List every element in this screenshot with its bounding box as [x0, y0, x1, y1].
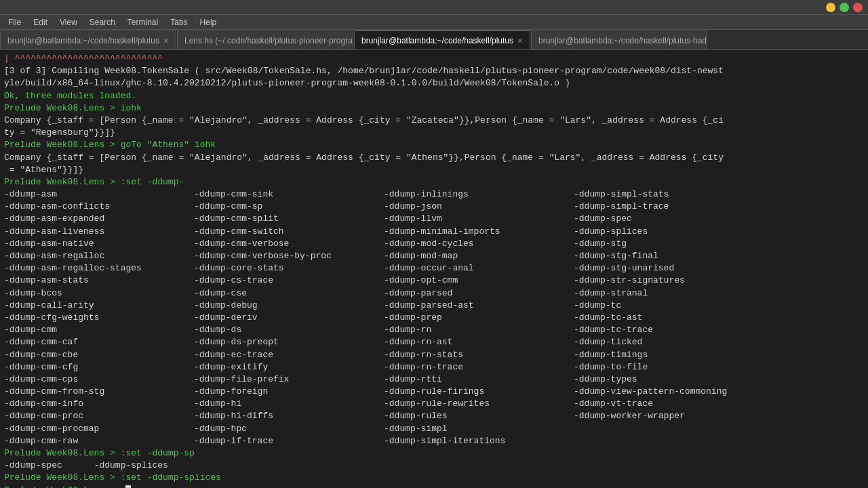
menubar-item-file[interactable]: File [3, 16, 26, 28]
ddump-cell-11-1: -ddump-ds [194, 324, 384, 336]
terminal-line-3: Ok, three modules loaded. [4, 90, 864, 102]
ddump-cell-20-1: -ddump-if-trace [194, 435, 384, 447]
ddump-cell-1-0: -ddump-asm-conflicts [4, 201, 194, 213]
ddump-cell-6-0: -ddump-asm-regalloc-stages [4, 262, 194, 274]
ddump-cell-19-0: -ddump-cmm-procmap [4, 423, 194, 435]
ddump-cell-8-0: -ddump-bcos [4, 287, 194, 300]
ddump-cell-6-1: -ddump-core-stats [194, 262, 384, 274]
ddump-cell-14-3: -ddump-to-file [574, 361, 764, 373]
ddump-cell-8-2: -ddump-parsed [384, 287, 574, 300]
ddump-cell-19-3 [574, 423, 764, 435]
ddump-cell-7-0: -ddump-asm-stats [4, 274, 194, 287]
minimize-button[interactable] [826, 3, 835, 12]
ddump-cell-14-1: -ddump-exitify [194, 361, 384, 373]
ddump-cell-5-1: -ddump-cmm-verbose-by-proc [194, 250, 384, 262]
terminal-line-0: | ^^^^^^^^^^^^^^^^^^^^^^^^^^^^ [4, 53, 864, 65]
ddump-cell-12-0: -ddump-cmm-caf [4, 336, 194, 348]
ddump-cell-3-3: -ddump-splices [574, 226, 764, 238]
menubar-item-terminal[interactable]: Terminal [122, 16, 163, 28]
menubar-item-view[interactable]: View [54, 16, 83, 28]
terminal-line-5: Company {_staff = [Person {_name = "Alej… [4, 115, 864, 127]
tab-label-0: brunjlar@batlambda:~/code/haskell/plutus [7, 36, 159, 45]
tab-close-0[interactable]: × [163, 35, 169, 46]
ddump-cell-1-3: -ddump-simpl-trace [574, 201, 764, 213]
ddump-cell-18-3: -ddump-worker-wrapper [574, 410, 764, 422]
ddump-cell-2-2: -ddump-llvm [384, 213, 574, 225]
terminal-line-2: yle/build/x86_64-linux/ghc-8.10.4.202102… [4, 77, 864, 89]
ddump-cell-3-2: -ddump-minimal-imports [384, 226, 574, 238]
ddump-cell-4-2: -ddump-mod-cycles [384, 238, 574, 250]
ddump-cell-17-0: -ddump-cmm-info [4, 398, 194, 410]
ddump-cell-8-3: -ddump-stranal [574, 287, 764, 300]
ddump-cell-17-2: -ddump-rule-rewrites [384, 398, 574, 410]
ddump-cell-20-3 [574, 435, 764, 447]
ddump-cell-20-2: -ddump-simpl-iterations [384, 435, 574, 447]
terminal-line-7: Prelude Week08.Lens > goTo "Athens" iohk [4, 139, 864, 151]
ddump-cell-7-2: -ddump-opt-cmm [384, 274, 574, 287]
ddump-cell-2-3: -ddump-spec [574, 213, 764, 225]
terminal-content[interactable]: | ^^^^^^^^^^^^^^^^^^^^^^^^^^^^[3 of 3] C… [0, 50, 868, 488]
terminal-after-line-2: Prelude Week08.Lens > :set -ddump-splice… [4, 472, 864, 484]
ddump-cell-1-1: -ddump-cmm-sp [194, 201, 384, 213]
tab-label-3: brunjlar@batlambda:~/code/haskell/plutus… [538, 36, 707, 45]
tab-1[interactable]: Lens.hs (~/.code/haskell/plutus-pioneer-… [177, 30, 353, 49]
ddump-cell-12-1: -ddump-ds-preopt [194, 336, 384, 348]
tab-3[interactable]: brunjlar@batlambda:~/code/haskell/plutus… [531, 30, 707, 49]
ddump-cell-15-2: -ddump-rtti [384, 373, 574, 386]
tab-label-1: Lens.hs (~/.code/haskell/plutus-pioneer-… [184, 36, 353, 45]
ddump-cell-9-2: -ddump-parsed-ast [384, 300, 574, 312]
menubar-item-help[interactable]: Help [195, 16, 222, 28]
ddump-cell-0-0: -ddump-asm [4, 188, 194, 201]
ddump-cell-13-3: -ddump-timings [574, 349, 764, 361]
menubar-item-search[interactable]: Search [84, 16, 121, 28]
menubar-item-edit[interactable]: Edit [28, 16, 53, 28]
ddump-cell-18-1: -ddump-hi-diffs [194, 410, 384, 422]
ddump-cell-19-1: -ddump-hpc [194, 423, 384, 435]
ddump-cell-6-3: -ddump-stg-unarised [574, 262, 764, 274]
maximize-button[interactable] [840, 3, 849, 12]
ddump-cell-11-2: -ddump-rn [384, 324, 574, 336]
terminal-line-4: Prelude Week08.Lens > iohk [4, 102, 864, 115]
terminal-line-10: Prelude Week08.Lens > :set -ddump- [4, 176, 864, 188]
ddump-cell-16-1: -ddump-foreign [194, 386, 384, 398]
ddump-cell-16-2: -ddump-rule-firings [384, 386, 574, 398]
ddump-cell-10-1: -ddump-deriv [194, 312, 384, 324]
tab-0[interactable]: brunjlar@batlambda:~/code/haskell/plutus… [0, 30, 176, 49]
ddump-cell-4-0: -ddump-asm-native [4, 238, 194, 250]
ddump-cell-10-2: -ddump-prep [384, 312, 574, 324]
menubar-item-tabs[interactable]: Tabs [165, 16, 193, 28]
menubar: FileEditViewSearchTerminalTabsHelp [0, 15, 868, 30]
ddump-cell-16-3: -ddump-view-pattern-commoning [574, 386, 764, 398]
tab-2[interactable]: brunjlar@batlambda:~/code/haskell/plutus… [354, 30, 530, 49]
ddump-cell-17-1: -ddump-hi [194, 398, 384, 410]
ddump-cell-13-1: -ddump-ec-trace [194, 349, 384, 361]
ddump-cell-0-3: -ddump-simpl-stats [574, 188, 764, 201]
ddump-cell-9-0: -ddump-call-arity [4, 300, 194, 312]
ddump-cell-20-0: -ddump-cmm-raw [4, 435, 194, 447]
ddump-cell-10-3: -ddump-tc-ast [574, 312, 764, 324]
terminal-after-line-0: Prelude Week08.Lens > :set -ddump-sp [4, 447, 864, 460]
close-button[interactable] [853, 3, 863, 12]
ddump-cell-19-2: -ddump-simpl [384, 423, 574, 435]
ddump-cell-18-0: -ddump-cmm-proc [4, 410, 194, 422]
tab-label-2: brunjlar@batlambda:~/code/haskell/plutus [361, 36, 513, 45]
terminal-after-line-1: -ddump-spec -ddump-splices [4, 460, 864, 472]
ddump-cell-2-0: -ddump-asm-expanded [4, 213, 194, 225]
ddump-cell-13-0: -ddump-cmm-cbe [4, 349, 194, 361]
ddump-cell-11-0: -ddump-cmm [4, 324, 194, 336]
terminal-line-6: ty = "Regensburg"}}]} [4, 127, 864, 139]
ddump-cell-12-2: -ddump-rn-ast [384, 336, 574, 348]
tabbar: brunjlar@batlambda:~/code/haskell/plutus… [0, 30, 868, 50]
ddump-cell-9-3: -ddump-tc [574, 300, 764, 312]
ddump-cell-3-1: -ddump-cmm-switch [194, 226, 384, 238]
ddump-cell-4-3: -ddump-stg [574, 238, 764, 250]
terminal-line-8: Company {_staff = [Person {_name = "Alej… [4, 152, 864, 164]
ddump-grid: -ddump-asm-ddump-cmm-sink-ddump-inlining… [4, 188, 864, 447]
titlebar [0, 0, 868, 15]
ddump-cell-6-2: -ddump-occur-anal [384, 262, 574, 274]
terminal-line-9: = "Athens"}}]} [4, 164, 864, 176]
ddump-cell-0-2: -ddump-inlinings [384, 188, 574, 201]
ddump-cell-8-1: -ddump-cse [194, 287, 384, 300]
tab-close-2[interactable]: × [517, 35, 523, 46]
window-controls[interactable] [826, 3, 863, 12]
